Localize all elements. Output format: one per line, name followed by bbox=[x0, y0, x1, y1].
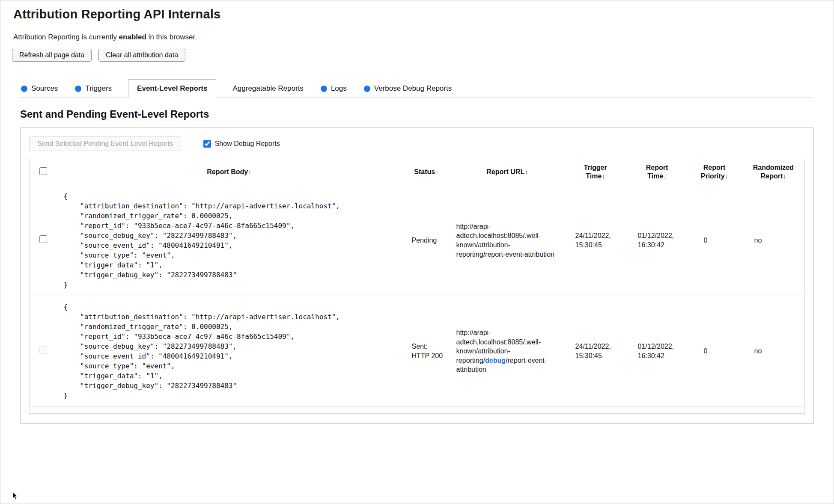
tab-label: Triggers bbox=[85, 84, 112, 93]
tab-triggers[interactable]: Triggers bbox=[74, 80, 113, 98]
sort-icon: ↕ bbox=[664, 173, 667, 180]
randomized-report-cell: no bbox=[742, 185, 805, 296]
table-header-row: Report Body↕ Status↕ Report URL↕ Trigger… bbox=[30, 159, 805, 185]
column-header-label: Report Priority bbox=[701, 164, 726, 180]
tab-bar: Sources Triggers Event-Level Reports Agg… bbox=[20, 79, 814, 98]
select-all-checkbox[interactable] bbox=[39, 167, 47, 175]
column-header-report-url[interactable]: Report URL↕ bbox=[451, 159, 563, 185]
mouse-cursor-icon bbox=[12, 492, 18, 500]
send-selected-reports-button[interactable]: Send Selected Pending Event-Level Report… bbox=[29, 136, 181, 151]
event-level-reports-panel: Send Selected Pending Event-Level Report… bbox=[20, 127, 814, 424]
trigger-time-cell: 24/11/2022, 15:30:45 bbox=[563, 185, 628, 296]
column-header-status[interactable]: Status↕ bbox=[402, 159, 451, 185]
top-buttons: Refresh all page data Clear all attribut… bbox=[12, 49, 822, 62]
sort-icon: ↕ bbox=[248, 169, 251, 175]
column-header-randomized-report[interactable]: Randomized Report↕ bbox=[742, 159, 805, 185]
column-header-report-priority[interactable]: Report Priority↕ bbox=[687, 159, 742, 185]
column-header-label: Status bbox=[414, 168, 435, 175]
status-cell: Pending bbox=[402, 185, 451, 296]
column-header-trigger-time[interactable]: Trigger Time↕ bbox=[563, 159, 628, 185]
report-url-cell: http://arapi-adtech.localhost:8085/.well… bbox=[451, 296, 563, 407]
column-header-report-body[interactable]: Report Body↕ bbox=[57, 159, 402, 185]
table-footer-row bbox=[30, 407, 805, 414]
blue-dot-icon bbox=[75, 86, 81, 92]
row-select-cell bbox=[30, 296, 57, 407]
report-url-cell: http://arapi-adtech.localhost:8085/.well… bbox=[451, 185, 563, 296]
blue-dot-icon bbox=[21, 86, 27, 92]
tab-verbose-debug-reports[interactable]: Verbose Debug Reports bbox=[363, 80, 453, 98]
tab-event-level-reports[interactable]: Event-Level Reports bbox=[128, 79, 216, 98]
tab-label: Verbose Debug Reports bbox=[374, 84, 452, 93]
section-heading: Sent and Pending Event-Level Reports bbox=[20, 108, 814, 120]
show-debug-reports-checkbox[interactable] bbox=[203, 140, 211, 148]
panel-controls: Send Selected Pending Event-Level Report… bbox=[29, 136, 805, 151]
main-content: Sources Triggers Event-Level Reports Agg… bbox=[0, 79, 834, 424]
status-line: Attribution Reporting is currently enabl… bbox=[13, 33, 822, 42]
show-debug-reports-toggle[interactable]: Show Debug Reports bbox=[203, 140, 280, 148]
blue-dot-icon bbox=[364, 86, 370, 92]
tab-label: Sources bbox=[31, 84, 58, 93]
trigger-time-cell: 24/11/2022, 15:30:45 bbox=[563, 296, 628, 407]
tab-label: Event-Level Reports bbox=[137, 84, 207, 93]
report-row: { "attribution_destination": "http://ara… bbox=[30, 185, 805, 296]
tab-logs[interactable]: Logs bbox=[320, 80, 348, 98]
header-divider bbox=[11, 70, 823, 70]
sort-icon: ↕ bbox=[602, 173, 605, 180]
tab-aggregatable-reports[interactable]: Aggregatable Reports bbox=[232, 80, 304, 98]
column-header-label: Report Body bbox=[207, 168, 248, 175]
column-header-report-time[interactable]: Report Time↕ bbox=[628, 159, 687, 185]
status-text-prefix: Attribution Reporting is currently bbox=[13, 33, 119, 41]
report-time-cell: 01/12/2022, 16:30:42 bbox=[628, 296, 687, 407]
sort-icon: ↕ bbox=[435, 169, 438, 175]
show-debug-reports-label: Show Debug Reports bbox=[215, 140, 280, 148]
status-cell: Sent: HTTP 200 bbox=[402, 296, 451, 407]
refresh-all-page-data-button[interactable]: Refresh all page data bbox=[12, 49, 92, 62]
page-header: Attribution Reporting API Internals Attr… bbox=[0, 0, 834, 62]
row-select-cell bbox=[30, 185, 57, 296]
event-level-reports-table: Report Body↕ Status↕ Report URL↕ Trigger… bbox=[29, 159, 805, 414]
report-row: { "attribution_destination": "http://ara… bbox=[30, 296, 805, 407]
table-footer-spacer bbox=[30, 407, 805, 414]
tab-label: Logs bbox=[331, 84, 347, 93]
row-select-checkbox[interactable] bbox=[39, 235, 47, 243]
report-url-text: http://arapi-adtech.localhost:8085/.well… bbox=[456, 223, 554, 258]
status-text-suffix: in this browser. bbox=[146, 33, 197, 41]
randomized-report-cell: no bbox=[742, 296, 805, 407]
select-all-header-cell bbox=[30, 159, 57, 185]
report-priority-cell: 0 bbox=[687, 296, 742, 407]
debug-url-segment: debug bbox=[485, 357, 506, 364]
blue-dot-icon bbox=[321, 86, 327, 92]
report-body-cell: { "attribution_destination": "http://ara… bbox=[57, 296, 402, 407]
page-title: Attribution Reporting API Internals bbox=[13, 7, 822, 21]
column-header-label: Randomized Report bbox=[753, 164, 794, 180]
report-body-json: { "attribution_destination": "http://ara… bbox=[64, 302, 397, 400]
sort-icon: ↕ bbox=[525, 169, 528, 175]
report-priority-cell: 0 bbox=[687, 185, 742, 296]
report-time-cell: 01/12/2022, 16:30:42 bbox=[628, 185, 687, 296]
attribution-internals-page: Attribution Reporting API Internals Attr… bbox=[0, 0, 834, 504]
column-header-label: Report URL bbox=[486, 168, 524, 175]
report-body-json: { "attribution_destination": "http://ara… bbox=[64, 191, 397, 290]
tab-label: Aggregatable Reports bbox=[232, 84, 303, 93]
sort-icon: ↕ bbox=[725, 173, 728, 180]
sort-icon: ↕ bbox=[783, 173, 786, 180]
status-enabled-text: enabled bbox=[119, 33, 146, 41]
report-body-cell: { "attribution_destination": "http://ara… bbox=[57, 185, 402, 296]
row-select-checkbox bbox=[39, 346, 47, 354]
tab-sources[interactable]: Sources bbox=[20, 80, 59, 98]
clear-all-attribution-data-button[interactable]: Clear all attribution data bbox=[98, 49, 185, 62]
